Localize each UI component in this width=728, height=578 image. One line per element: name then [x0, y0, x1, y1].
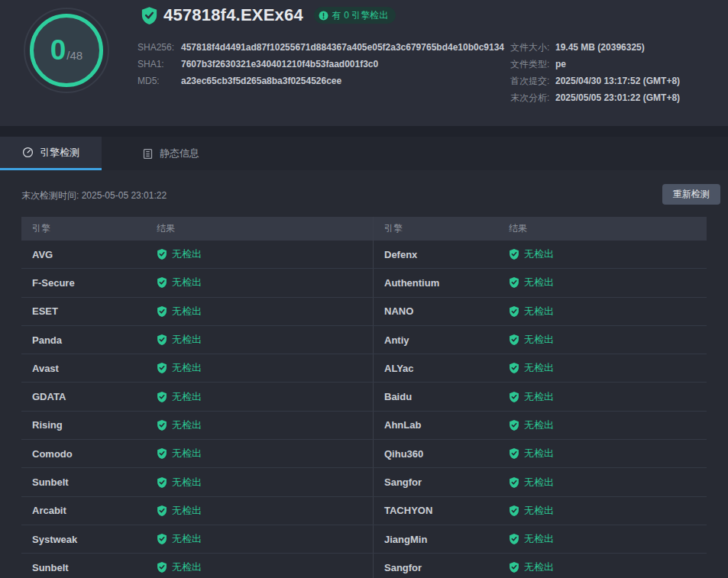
table-row: GDATA 无检出 Baidu 无检出 — [21, 383, 707, 411]
detection-score-total: /48 — [66, 50, 83, 61]
shield-check-icon — [509, 277, 519, 288]
result-cell: 无检出 — [157, 361, 202, 375]
section-divider — [0, 126, 728, 137]
result-text: 无检出 — [524, 305, 554, 318]
result-cell: 无检出 — [157, 247, 202, 261]
engine-detection-table: 引擎 结果 引擎 结果 AVG 无检出 Defenx — [21, 217, 707, 578]
result-cell: 无检出 — [157, 560, 202, 574]
shield-check-icon — [157, 534, 167, 544]
result-text: 无检出 — [172, 476, 202, 489]
result-cell: 无检出 — [157, 276, 202, 289]
shield-check-icon — [509, 562, 519, 573]
shield-check-icon — [509, 448, 519, 459]
shield-check-icon — [157, 277, 167, 288]
result-cell: 无检出 — [509, 504, 554, 518]
engine-column-header: 引擎 — [21, 217, 157, 241]
shield-check-icon — [157, 505, 167, 516]
shield-check-icon — [509, 334, 519, 345]
result-cell: 无检出 — [157, 418, 202, 432]
table-row: Avast 无检出 ALYac 无检出 — [21, 354, 707, 383]
engine-name: Authentium — [384, 277, 439, 289]
list-document-icon — [142, 148, 154, 160]
engine-name: TACHYON — [384, 505, 432, 516]
engine-name: Sunbelt — [32, 562, 69, 573]
table-row: Comodo 无检出 Qihu360 无 — [21, 440, 707, 468]
shield-check-icon — [509, 363, 519, 373]
tab-bar: 引擎检测 静态信息 — [0, 137, 728, 170]
last-analysis-label: 末次分析: — [510, 92, 555, 105]
last-check-time: 末次检测时间: 2025-05-05 23:01:22 — [21, 189, 167, 202]
result-text: 无检出 — [524, 361, 554, 375]
result-cell: 无检出 — [157, 333, 202, 347]
engine-name: JiangMin — [384, 534, 427, 545]
engine-name: Comodo — [32, 448, 73, 460]
result-text: 无检出 — [172, 247, 202, 261]
shield-check-icon — [157, 363, 167, 373]
engine-name: Avast — [32, 363, 59, 374]
result-text: 无检出 — [524, 390, 554, 404]
engine-name: Baidu — [384, 391, 412, 402]
shield-check-icon — [509, 534, 519, 544]
result-text: 无检出 — [524, 276, 554, 289]
result-cell: 无检出 — [509, 276, 554, 289]
result-column-header: 结果 — [509, 217, 707, 241]
tab-static-info[interactable]: 静态信息 — [122, 137, 219, 170]
sha1-label: SHA1: — [138, 59, 181, 69]
alert-circle-icon — [319, 11, 328, 21]
engine-name: NANO — [384, 305, 413, 317]
result-text: 无检出 — [524, 418, 554, 432]
file-type-value: pe — [555, 59, 566, 69]
file-type-label: 文件类型: — [510, 58, 555, 71]
sha1-value: 7607b3f2630321e340401210f4b53faad001f3c0 — [181, 59, 378, 69]
result-text: 无检出 — [524, 560, 554, 574]
result-cell: 无检出 — [509, 418, 554, 432]
result-column-header: 结果 — [157, 217, 373, 241]
shield-check-icon — [509, 505, 519, 516]
detection-score-value: 0 — [50, 36, 66, 64]
engine-name: Antiy — [384, 334, 409, 346]
engine-name: GDATA — [32, 391, 66, 402]
tab-engine-detection[interactable]: 引擎检测 — [0, 137, 102, 170]
result-text: 无检出 — [172, 447, 202, 460]
result-text: 无检出 — [172, 390, 202, 404]
detection-score-gauge: 0 /48 — [24, 8, 109, 93]
result-cell: 无检出 — [509, 247, 554, 261]
engine-name: AhnLab — [384, 419, 421, 431]
engine-name: ALYac — [384, 363, 414, 374]
result-cell: 无检出 — [509, 560, 554, 574]
result-text: 无检出 — [524, 333, 554, 347]
engine-name: AVG — [32, 249, 53, 260]
shield-check-icon — [157, 306, 167, 317]
result-text: 无检出 — [524, 504, 554, 518]
result-cell: 无检出 — [509, 532, 554, 546]
result-text: 无检出 — [524, 476, 554, 489]
tab-static-info-label: 静态信息 — [160, 147, 199, 160]
shield-check-icon — [509, 249, 519, 260]
result-cell: 无检出 — [157, 504, 202, 518]
shield-check-icon — [157, 420, 167, 431]
shield-check-icon — [509, 392, 519, 402]
file-title: 457818f4.EXEx64 — [163, 5, 303, 25]
result-cell: 无检出 — [509, 361, 554, 375]
engine-name: ESET — [32, 305, 58, 317]
table-row: ESET 无检出 NANO 无检出 — [21, 298, 707, 326]
file-size-value: 19.45 MB (20396325) — [555, 42, 645, 53]
table-row: Sunbelt 无检出 Sangfor — [21, 468, 707, 496]
shield-check-icon — [157, 477, 167, 488]
result-cell: 无检出 — [509, 333, 554, 347]
result-text: 无检出 — [524, 247, 554, 261]
md5-label: MD5: — [138, 76, 181, 86]
table-row: F-Secure 无检出 Authentium — [21, 269, 707, 297]
rescan-button[interactable]: 重新检测 — [662, 184, 720, 205]
table-row: Sunbelt 无检出 Sangfor — [21, 554, 707, 578]
table-row: AVG 无检出 Defenx 无检出 — [21, 241, 707, 269]
gauge-icon — [22, 147, 34, 158]
result-cell: 无检出 — [157, 305, 202, 318]
table-row: Arcabit 无检出 TACHYON — [21, 497, 707, 525]
result-cell: 无检出 — [157, 447, 202, 460]
shield-check-icon — [157, 392, 167, 402]
file-report-header: 0 /48 457818f4.EXEx64 有 0 引擎检出 SHA256: 4… — [0, 0, 728, 126]
result-cell: 无检出 — [509, 447, 554, 460]
engine-column-header: 引擎 — [374, 217, 509, 241]
result-text: 无检出 — [172, 532, 202, 546]
